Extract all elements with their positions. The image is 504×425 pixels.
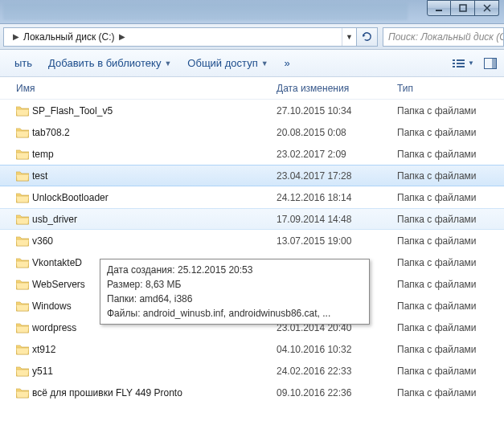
minimize-button[interactable] bbox=[427, 0, 451, 16]
window-titlebar bbox=[0, 0, 504, 24]
close-icon bbox=[482, 3, 492, 13]
row-date: 23.02.2017 2:09 bbox=[277, 149, 397, 160]
column-header-name[interactable]: Имя bbox=[16, 83, 277, 94]
folder-icon bbox=[16, 300, 32, 312]
folder-icon bbox=[16, 192, 32, 203]
table-row[interactable]: UnlockBootloader24.12.2016 18:14Папка с … bbox=[0, 186, 504, 208]
address-dropdown-button[interactable]: ▼ bbox=[342, 28, 356, 46]
table-row[interactable]: SP_Flash_Tool_v527.10.2015 10:34Папка с … bbox=[0, 100, 504, 121]
svg-rect-0 bbox=[436, 10, 442, 11]
breadcrumb-crumb[interactable]: Локальный диск (C:) bbox=[23, 31, 115, 43]
table-row[interactable]: y51124.02.2016 22:33Папка с файлами bbox=[0, 360, 504, 382]
row-date: 04.10.2016 10:32 bbox=[277, 344, 397, 355]
chevron-right-icon[interactable]: ▶ bbox=[9, 32, 23, 41]
preview-pane-icon bbox=[484, 58, 497, 69]
view-options-button[interactable]: ▼ bbox=[449, 54, 477, 73]
preview-pane-button[interactable] bbox=[477, 54, 504, 73]
svg-rect-1 bbox=[460, 5, 466, 11]
folder-icon bbox=[16, 322, 32, 333]
chevron-down-icon: ▼ bbox=[261, 59, 268, 67]
svg-rect-3 bbox=[457, 59, 465, 61]
row-name: temp bbox=[32, 149, 277, 160]
row-type: Папка с файлами bbox=[397, 149, 504, 160]
toolbar-organize-label: ыть bbox=[14, 57, 32, 69]
chevron-down-icon: ▼ bbox=[164, 59, 171, 67]
toolbar-add-to-library[interactable]: Добавить в библиотеку ▼ bbox=[40, 57, 179, 69]
row-type: Папка с файлами bbox=[397, 105, 504, 116]
folder-icon bbox=[16, 366, 32, 377]
tooltip-line-folders: Папки: amd64, i386 bbox=[107, 292, 363, 306]
toolbar-organize[interactable]: ыть bbox=[6, 57, 40, 69]
column-headers: Имя Дата изменения Тип bbox=[0, 77, 504, 100]
folder-icon bbox=[16, 344, 32, 355]
svg-rect-4 bbox=[453, 63, 455, 64]
column-header-type[interactable]: Тип bbox=[397, 83, 504, 94]
column-header-date[interactable]: Дата изменения bbox=[277, 83, 397, 94]
tooltip-line-size: Размер: 8,63 МБ bbox=[107, 277, 363, 292]
svg-rect-9 bbox=[492, 59, 496, 68]
tooltip-line-files: Файлы: android_winusb.inf, androidwinusb… bbox=[107, 306, 363, 321]
row-type: Папка с файлами bbox=[397, 344, 504, 355]
row-type: Папка с файлами bbox=[397, 127, 504, 138]
row-type: Папка с файлами bbox=[397, 214, 504, 225]
table-row[interactable]: usb_driver17.09.2014 14:48Папка с файлам… bbox=[0, 208, 504, 230]
minimize-icon bbox=[434, 3, 444, 13]
row-type: Папка с файлами bbox=[397, 300, 504, 312]
chevron-down-icon: ▼ bbox=[346, 33, 353, 41]
window-title-blurred bbox=[3, 3, 408, 20]
svg-rect-2 bbox=[453, 59, 455, 61]
row-type: Папка с файлами bbox=[397, 387, 504, 398]
table-row[interactable]: xt91204.10.2016 10:32Папка с файлами bbox=[0, 338, 504, 360]
row-date: 23.04.2017 17:28 bbox=[277, 170, 397, 182]
search-placeholder: Поиск: Локальный диск (C bbox=[388, 31, 504, 43]
view-options-icon bbox=[452, 58, 466, 69]
address-bar-row: ▶ Локальный диск (C:) ▶ ▼ Поиск: Локальн… bbox=[0, 24, 504, 50]
row-date: 27.10.2015 10:34 bbox=[277, 105, 397, 116]
row-type: Папка с файлами bbox=[397, 366, 504, 377]
toolbar-overflow[interactable]: » bbox=[277, 57, 298, 69]
row-date: 13.07.2015 19:00 bbox=[277, 235, 397, 247]
overflow-icon: » bbox=[285, 57, 290, 69]
refresh-icon bbox=[361, 31, 373, 43]
folder-icon bbox=[16, 235, 32, 247]
close-button[interactable] bbox=[475, 0, 499, 16]
toolbar-share-label: Общий доступ bbox=[187, 57, 257, 69]
table-row[interactable]: temp23.02.2017 2:09Папка с файлами bbox=[0, 143, 504, 165]
command-bar: ыть Добавить в библиотеку ▼ Общий доступ… bbox=[0, 50, 504, 77]
chevron-right-icon[interactable]: ▶ bbox=[115, 32, 129, 41]
row-date: 20.08.2015 0:08 bbox=[277, 127, 397, 138]
breadcrumb-bar[interactable]: ▶ Локальный диск (C:) ▶ ▼ bbox=[3, 27, 357, 47]
row-type: Папка с файлами bbox=[397, 257, 504, 268]
toolbar-add-to-library-label: Добавить в библиотеку bbox=[48, 57, 161, 69]
file-list: SP_Flash_Tool_v527.10.2015 10:34Папка с … bbox=[0, 100, 504, 403]
row-name: test bbox=[32, 170, 277, 182]
row-type: Папка с файлами bbox=[397, 192, 504, 203]
folder-icon bbox=[16, 257, 32, 268]
search-input[interactable]: Поиск: Локальный диск (C bbox=[383, 27, 504, 47]
folder-icon bbox=[16, 214, 32, 225]
table-row[interactable]: tab708.220.08.2015 0:08Папка с файлами bbox=[0, 121, 504, 143]
row-type: Папка с файлами bbox=[397, 170, 504, 182]
folder-icon bbox=[16, 105, 32, 116]
maximize-button[interactable] bbox=[451, 0, 475, 16]
toolbar-share[interactable]: Общий доступ ▼ bbox=[179, 57, 276, 69]
svg-rect-7 bbox=[457, 66, 465, 67]
svg-rect-5 bbox=[457, 63, 465, 64]
table-row[interactable]: test23.04.2017 17:28Папка с файлами bbox=[0, 165, 504, 186]
folder-tooltip: Дата создания: 25.12.2015 20:53 Размер: … bbox=[100, 259, 370, 325]
tooltip-line-created: Дата создания: 25.12.2015 20:53 bbox=[107, 263, 363, 277]
table-row[interactable]: всё для прошивки FLY 449 Pronto09.10.201… bbox=[0, 382, 504, 403]
row-name: всё для прошивки FLY 449 Pronto bbox=[32, 387, 277, 398]
refresh-button[interactable] bbox=[357, 27, 378, 47]
row-name: usb_driver bbox=[32, 214, 277, 225]
folder-icon bbox=[16, 127, 32, 138]
folder-icon bbox=[16, 149, 32, 160]
svg-rect-6 bbox=[453, 66, 455, 67]
folder-icon bbox=[16, 387, 32, 398]
folder-icon bbox=[16, 279, 32, 290]
table-row[interactable]: v36013.07.2015 19:00Папка с файлами bbox=[0, 230, 504, 251]
row-type: Папка с файлами bbox=[397, 235, 504, 247]
row-date: 24.12.2016 18:14 bbox=[277, 192, 397, 203]
row-name: SP_Flash_Tool_v5 bbox=[32, 105, 277, 116]
row-date: 24.02.2016 22:33 bbox=[277, 366, 397, 377]
